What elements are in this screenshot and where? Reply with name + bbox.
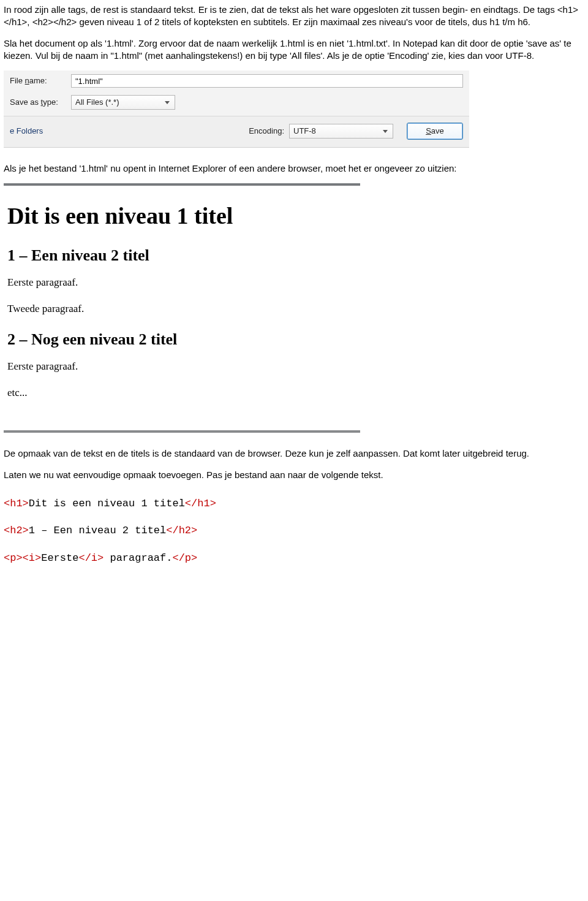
save-button[interactable]: Save [407,123,463,140]
notepad-save-dialog: File name: Save as type: All Files (*.*)… [4,70,469,148]
preview-h2-2: 2 – Nog een niveau 2 titel [7,329,356,350]
encoding-value: UTF-8 [293,126,316,137]
filename-input[interactable] [71,74,463,88]
code-block: <h1>Dit is een niveau 1 titel</h1> <h2>1… [4,496,586,566]
after-preview-paragraph-2: Laten we nu wat eenvoudige opmaak toevoe… [4,469,586,481]
hide-folders-link[interactable]: e Folders [10,126,47,137]
intro-paragraph-2: Sla het document op als '1.html'. Zorg e… [4,37,586,63]
code-line-1: <h1>Dit is een niveau 1 titel</h1> [4,496,586,512]
after-preview-paragraph-1: De opmaak van de tekst en de titels is d… [4,447,586,460]
preview-p2: Tweede paragraaf. [7,302,356,316]
code-line-3: <p><i>Eerste</i> paragraaf.</p> [4,550,586,566]
preview-p1: Eerste paragraaf. [7,276,356,290]
preview-p3: Eerste paragraaf. [7,360,356,374]
browser-render-preview: Dit is een niveau 1 titel 1 – Een niveau… [4,183,360,433]
filename-label: File name: [10,75,71,86]
preview-p4: etc... [7,386,356,400]
saveastype-select[interactable]: All Files (*.*) [71,95,175,110]
saveastype-value: All Files (*.*) [75,97,119,108]
saveastype-label: Save as type: [10,97,71,108]
after-dialog-paragraph: Als je het bestand '1.html' nu opent in … [4,162,586,175]
code-line-2: <h2>1 – Een niveau 2 titel</h2> [4,523,586,539]
preview-h2-1: 1 – Een niveau 2 titel [7,245,356,266]
encoding-select[interactable]: UTF-8 [289,124,393,139]
intro-paragraph-1: In rood zijn alle tags, de rest is stand… [4,4,586,29]
preview-h1: Dit is een niveau 1 titel [7,200,356,232]
encoding-label: Encoding: [249,126,284,137]
